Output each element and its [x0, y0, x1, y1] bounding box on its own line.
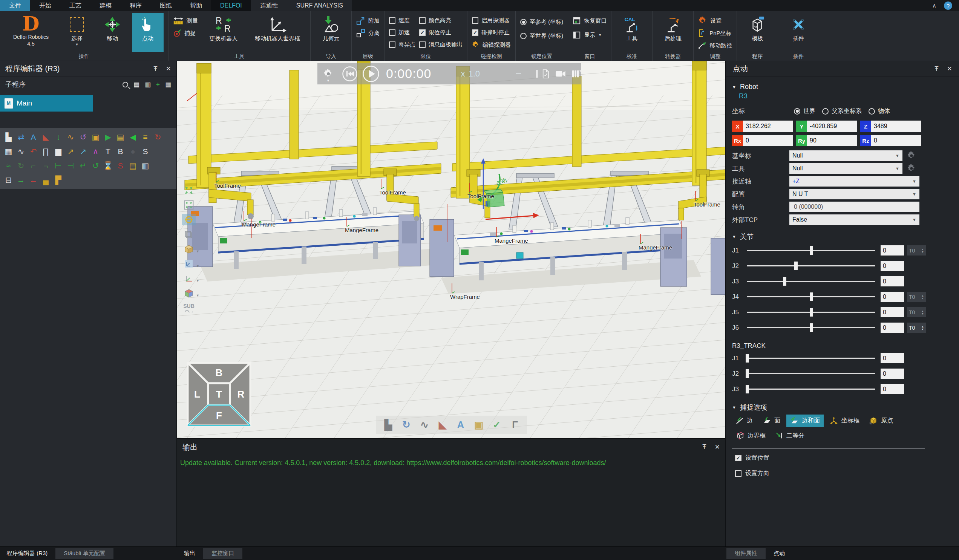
- sync-icon[interactable]: ↺: [90, 160, 101, 172]
- snap-button[interactable]: 捕捉: [173, 28, 198, 38]
- search-icon[interactable]: [123, 82, 128, 88]
- joint-value-field[interactable]: 0: [881, 353, 904, 363]
- close-icon[interactable]: ✕: [715, 443, 720, 451]
- slider-thumb[interactable]: [810, 246, 813, 255]
- coord-mode-0[interactable]: 世界: [794, 107, 816, 115]
- grid-view-icon[interactable]: ▦: [3, 146, 14, 157]
- menu-tab-5[interactable]: 图纸: [151, 0, 181, 11]
- move-path-button[interactable]: 移动路径: [698, 41, 732, 51]
- rotate-statement-icon[interactable]: ↻: [152, 132, 163, 143]
- select-robot-icon[interactable]: ▙: [381, 418, 395, 431]
- pin-icon[interactable]: Ŧ: [153, 65, 157, 73]
- pose-value-field[interactable]: -4020.859: [807, 121, 857, 132]
- slider-thumb[interactable]: [537, 70, 538, 78]
- slider-thumb[interactable]: [746, 385, 749, 393]
- pattern-icon[interactable]: ∏: [40, 146, 51, 157]
- collision-ok-icon[interactable]: ✓: [490, 418, 503, 431]
- pin-icon[interactable]: Ŧ: [702, 443, 706, 451]
- output-tab-1[interactable]: 监控窗口: [203, 548, 242, 559]
- menu-tab-3[interactable]: 建模: [91, 0, 121, 11]
- viewport-3d[interactable]: ToolFrameMangeFrameToolFrameMangeFrameTo…: [177, 61, 725, 438]
- pnp-button[interactable]: PnP坐标: [698, 28, 732, 38]
- render-mode-icon[interactable]: ▼: [182, 288, 196, 299]
- text-note-icon[interactable]: A: [28, 132, 39, 143]
- output-tab-0[interactable]: 输出: [177, 547, 202, 560]
- menu-tab-9[interactable]: SURF ANALYSIS: [287, 0, 352, 11]
- robot-section-header[interactable]: ▼ Robot: [732, 83, 930, 91]
- document-icon[interactable]: ▤: [134, 81, 140, 89]
- rotate-back-icon[interactable]: ↶: [28, 146, 39, 157]
- origin-display-icon[interactable]: ▼: [182, 273, 196, 284]
- snap-frame-button[interactable]: 坐标框: [826, 414, 863, 427]
- print-icon[interactable]: ⊟: [3, 175, 14, 186]
- return-icon[interactable]: ↵: [78, 160, 89, 172]
- insert-point-icon[interactable]: ↓: [53, 132, 64, 143]
- robot-name[interactable]: R3: [739, 92, 930, 100]
- slider-thumb[interactable]: [746, 369, 749, 378]
- subprogram-call-icon[interactable]: S: [140, 146, 151, 157]
- snap-face-button[interactable]: 面: [759, 415, 784, 427]
- joint-value-field[interactable]: 0: [881, 245, 904, 256]
- menu-tab-2[interactable]: 工艺: [60, 0, 91, 11]
- tool-statement-icon[interactable]: T: [102, 146, 113, 157]
- pin-icon[interactable]: Ŧ: [935, 65, 938, 73]
- set-orientation-checkbox[interactable]: ✓ 设置方向: [735, 469, 930, 477]
- limit-stop-checkbox[interactable]: ✓限位停止: [419, 28, 462, 37]
- enable-detector-checkbox[interactable]: ✓启用探测器: [472, 16, 511, 25]
- coord-mode-2[interactable]: 物体: [868, 107, 890, 115]
- turn-spinner[interactable]: T0▲▼: [907, 292, 926, 302]
- joint-value-field[interactable]: 0: [881, 307, 904, 317]
- joint-slider[interactable]: [747, 250, 875, 251]
- compare-icon[interactable]: ≈: [3, 160, 14, 172]
- joint-value-field[interactable]: 0: [881, 261, 904, 271]
- loop-icon[interactable]: ↻: [16, 160, 26, 172]
- view-cube[interactable]: B L T R F: [186, 362, 252, 426]
- close-icon[interactable]: ✕: [947, 65, 952, 73]
- speed-slider[interactable]: [516, 73, 521, 74]
- pose-value-field[interactable]: 3182.262: [743, 121, 793, 132]
- edit-detector-button[interactable]: 编辑探测器: [472, 40, 511, 50]
- rewind-button[interactable]: [342, 66, 357, 81]
- branch-else-icon[interactable]: ⊣: [65, 160, 76, 172]
- frame-statement-icon[interactable]: ▣: [90, 132, 101, 143]
- snap-bbox-button[interactable]: 边界框: [732, 429, 769, 442]
- frame-display-icon[interactable]: ▼: [182, 258, 196, 269]
- clip-plane-icon[interactable]: [182, 214, 196, 225]
- snap-edgeface-button[interactable]: 边和面: [786, 415, 824, 427]
- folder-open-icon[interactable]: ▆: [53, 146, 64, 157]
- snap-section-header[interactable]: ▼ 捕捉选项: [732, 403, 930, 412]
- coord-mode-1[interactable]: 父系坐标系: [822, 107, 862, 115]
- speed-statement-icon[interactable]: ◀: [127, 132, 139, 143]
- snap-bisect-button[interactable]: 二等分: [772, 430, 808, 442]
- speed-checkbox[interactable]: ✓速度: [389, 16, 416, 25]
- play-button[interactable]: [363, 65, 379, 82]
- film-strip-icon[interactable]: [572, 70, 581, 78]
- swap-robot-button[interactable]: RR 更换机器人: [202, 13, 245, 52]
- postprocess-button[interactable]: 后处理: [657, 13, 689, 52]
- joint-slider[interactable]: [747, 312, 875, 313]
- cycle-statement-icon[interactable]: ↺: [78, 132, 89, 143]
- document-check-icon[interactable]: ▥: [145, 81, 151, 89]
- record-disabled-icon[interactable]: ●: [127, 146, 139, 157]
- output-message[interactable]: Update available. Current version: 4.5.0…: [180, 459, 725, 467]
- conveyor-statement-icon[interactable]: ≡: [140, 132, 151, 143]
- orbit-icon[interactable]: ↻: [400, 418, 413, 431]
- collapse-ribbon-icon[interactable]: ∧: [932, 2, 937, 9]
- menu-tab-7[interactable]: DELFOI: [211, 0, 251, 11]
- to-reference-radio[interactable]: 至参考 (坐标): [520, 18, 563, 27]
- menu-tab-6[interactable]: 帮助: [181, 0, 211, 11]
- pose-value-field[interactable]: 3489: [871, 121, 921, 132]
- swap-robot-icon[interactable]: ⇄: [16, 132, 26, 143]
- pose-value-field[interactable]: 0: [743, 135, 793, 146]
- subprogram-item-main[interactable]: M Main: [0, 95, 93, 111]
- singularity-checkbox[interactable]: ✓奇异点: [389, 40, 416, 49]
- set-position-checkbox[interactable]: ✓ 设置位置: [735, 454, 930, 462]
- tool-frame-dropdown[interactable]: Null▼: [789, 163, 902, 174]
- grab-icon[interactable]: ▛: [53, 175, 64, 186]
- snap-origin-button[interactable]: 原点: [865, 414, 897, 427]
- turn-spinner[interactable]: T0▲▼: [907, 245, 926, 256]
- wireframe-view-icon[interactable]: [182, 229, 196, 240]
- menu-tab-4[interactable]: 程序: [121, 0, 151, 11]
- color-highlight-checkbox[interactable]: ✓颜色高亮: [419, 16, 462, 25]
- ramp-icon[interactable]: ◣: [436, 418, 449, 431]
